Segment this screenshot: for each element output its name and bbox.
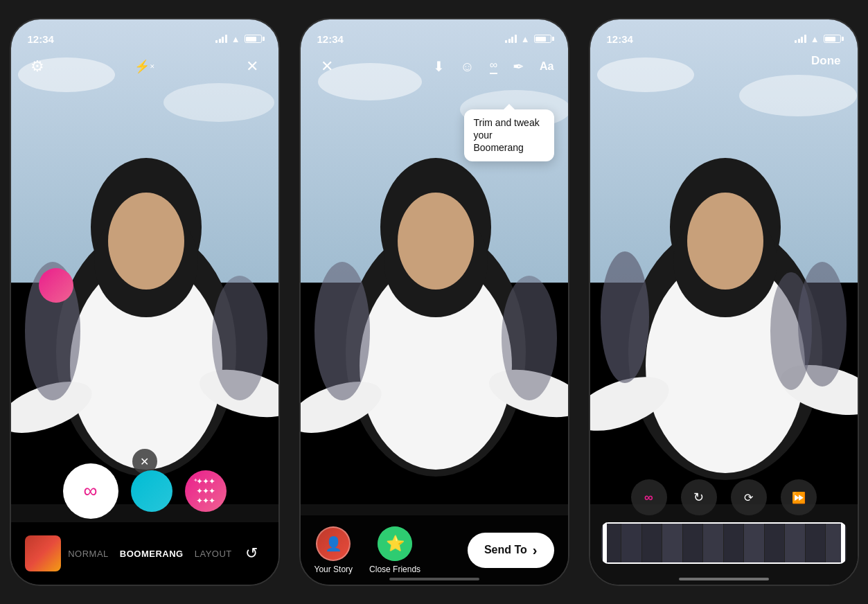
status-icons-3: ▲ [795,34,840,44]
battery-icon-3 [824,35,841,43]
timeline-border-top [605,522,842,524]
status-icons-2: ▲ [505,34,551,44]
frame-8 [744,522,765,564]
boomerang-trim-icon[interactable]: ∞ [490,59,497,74]
face-effects-icon[interactable]: ☺ [460,59,474,75]
frame-7 [724,522,745,564]
home-indicator-2 [389,578,479,580]
status-time-3: 12:34 [607,33,633,45]
flash-icon[interactable]: ⚡✕ [132,54,157,79]
sticker-element[interactable] [39,268,73,303]
your-story-avatar: 👤 [316,526,351,561]
close-icon-2[interactable]: ✕ [315,54,339,79]
share-your-story[interactable]: 👤 Your Story [315,526,353,574]
tooltip: Trim and tweak your Boomerang [464,109,554,161]
phone-1: 12:34 ▲ ⚙ ⚡✕ ✕ ✕ ∞ [10,18,280,586]
green-star-icon: ⭐ [378,526,412,561]
timeline-handle-left[interactable] [603,522,607,564]
timeline-border-bottom [605,562,842,564]
status-bar-2: 12:34 ▲ [301,19,568,50]
timeline-scrubber[interactable] [601,522,847,564]
frame-6 [703,522,724,564]
tooltip-text: Trim and tweak your Boomerang [474,117,540,153]
close-friends-label: Close Friends [369,565,420,574]
share-targets: 👤 Your Story ⭐ Close Friends [315,526,421,574]
status-time-2: 12:34 [317,33,344,45]
frame-2 [621,522,642,564]
text-icon[interactable]: Aa [540,60,553,73]
timeline-handle-right[interactable] [841,522,845,564]
svg-point-21 [398,193,474,290]
home-indicator-3 [679,578,769,580]
bottom-share-bar: 👤 Your Story ⭐ Close Friends Send To › [301,515,568,585]
mode-boomerang[interactable]: BOOMERANG [120,549,184,559]
boomerang-selector: ∞ ✦✦✦✦✦✦✦✦✦ [11,463,278,519]
send-to-label: Send To [484,544,527,556]
slowmo-icon: ⏩ [792,491,806,504]
echo-btn[interactable]: ⟳ [731,479,767,515]
timeline-frames [601,522,847,564]
mode-layout[interactable]: LAYOUT [195,549,232,559]
phone-3: 12:34 ▲ Done ∞ ↻ ⟳ [589,18,859,586]
svg-point-2 [163,83,274,122]
send-to-button[interactable]: Send To › [468,533,554,568]
status-time-1: 12:34 [28,33,54,45]
phone3-top-controls: Done [590,54,858,68]
infinity-playback-btn[interactable]: ∞ [631,479,667,515]
svg-point-24 [315,262,370,400]
close-icon[interactable]: ✕ [240,54,265,79]
thumbnail-preview[interactable] [25,535,61,571]
battery-icon-2 [534,35,551,43]
svg-point-39 [770,272,812,390]
status-bar-3: 12:34 ▲ [590,19,858,50]
echo-icon: ⟳ [744,491,753,504]
svg-point-28 [739,75,857,116]
wifi-icon-2: ▲ [521,34,530,44]
done-button[interactable]: Done [811,54,841,68]
status-icons-1: ▲ [215,34,261,44]
svg-point-25 [502,276,557,400]
wifi-icon-3: ▲ [811,34,820,44]
battery-icon-1 [245,35,262,43]
frame-3 [642,522,663,564]
phone2-top-controls: ✕ ⬇ ☺ ∞ ✒ Aa [301,54,568,79]
infinity-pink-icon: ∞ [644,490,653,505]
mode-tabs: NORMAL BOOMERANG LAYOUT [68,549,232,559]
signal-icon-2 [505,35,517,43]
signal-icon-1 [215,35,227,43]
frame-5 [683,522,704,564]
bottom-bar-1: NORMAL BOOMERANG LAYOUT ↺ [11,522,278,585]
close-friends-avatar: ⭐ [378,526,412,561]
boomerang-main-btn[interactable]: ∞ [63,463,118,519]
infinity-icon: ∞ [84,480,98,502]
frame-10 [785,522,806,564]
your-story-label: Your Story [315,565,353,574]
playback-controls: ∞ ↻ ⟳ ⏩ [590,479,858,515]
phone2-background [301,19,568,585]
phone-2: 12:34 ▲ ✕ ⬇ ☺ ∞ ✒ Aa T [299,18,569,586]
loop-btn[interactable]: ↻ [681,479,717,515]
slowmo-btn[interactable]: ⏩ [781,479,817,515]
svg-point-37 [601,251,649,383]
download-icon[interactable]: ⬇ [433,58,445,75]
phone1-top-controls: ⚙ ⚡✕ ✕ [11,54,278,79]
share-close-friends[interactable]: ⭐ Close Friends [369,526,420,574]
frame-4 [662,522,683,564]
wifi-icon-1: ▲ [231,34,240,44]
signal-icon-3 [795,35,806,43]
status-bar-1: 12:34 ▲ [11,19,278,50]
svg-point-12 [212,276,267,400]
boomerang-sparkle-btn[interactable]: ✦✦✦✦✦✦✦✦✦ [185,470,227,512]
send-to-chevron: › [533,542,538,558]
scribble-icon[interactable]: ✒ [513,58,524,75]
boomerang-teal-btn[interactable] [131,470,172,512]
loop-icon: ↻ [693,490,704,505]
flip-camera-icon[interactable]: ↺ [239,541,264,566]
svg-point-8 [108,193,184,290]
phone2-toolbar: ⬇ ☺ ∞ ✒ Aa [433,58,553,75]
svg-point-34 [687,193,763,290]
frame-9 [765,522,786,564]
mode-normal[interactable]: NORMAL [68,549,109,559]
frame-11 [806,522,826,564]
settings-icon[interactable]: ⚙ [25,54,50,79]
